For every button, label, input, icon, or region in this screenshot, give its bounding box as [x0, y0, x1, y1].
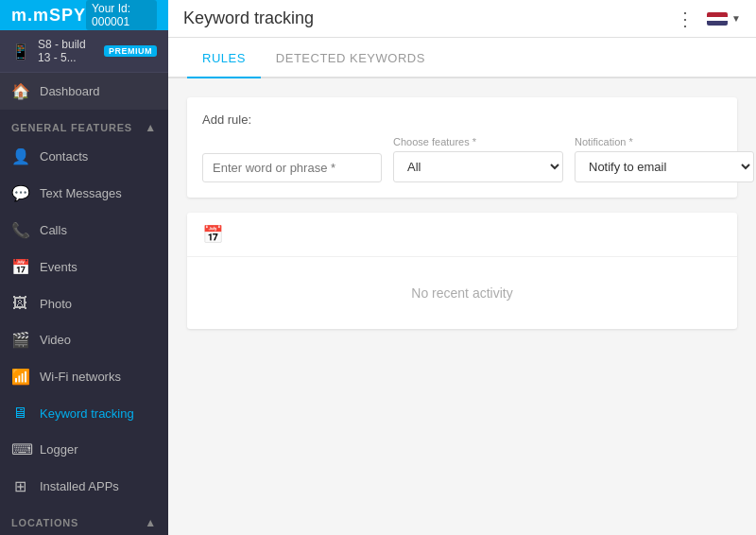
sidebar: m.mSPY Your Id: 000001 📱 S8 - build 13 -… — [0, 0, 168, 535]
chevron-up-icon: ▲ — [145, 516, 157, 529]
sidebar-item-contacts[interactable]: 👤 Contacts — [0, 138, 168, 175]
language-selector[interactable]: ▼ — [707, 12, 741, 26]
keyword-input[interactable] — [202, 153, 382, 182]
sidebar-item-text-messages[interactable]: 💬 Text Messages — [0, 175, 168, 212]
features-field-group: Choose features * All SMS Calls Email Br… — [393, 136, 563, 182]
sidebar-item-label: Events — [40, 260, 77, 274]
sidebar-item-video[interactable]: 🎬 Video — [0, 321, 168, 358]
keyword-icon: 🖥 — [11, 405, 28, 422]
sidebar-header: m.mSPY Your Id: 000001 — [0, 0, 168, 30]
sidebar-item-wifi[interactable]: 📶 Wi-Fi networks — [0, 358, 168, 395]
sidebar-item-installed-apps[interactable]: ⊞ Installed APPs — [0, 468, 168, 505]
sidebar-item-label: Text Messages — [40, 186, 122, 200]
sidebar-item-logger[interactable]: ⌨ Logger — [0, 431, 168, 468]
user-id-badge: Your Id: 000001 — [86, 0, 157, 30]
premium-badge: PREMIUM — [104, 45, 157, 57]
photo-icon: 🖼 — [11, 295, 28, 312]
notification-label: Notification * — [575, 136, 754, 147]
chevron-up-icon: ▲ — [145, 121, 157, 134]
device-icon: 📱 — [11, 43, 30, 60]
sidebar-item-label: Logger — [40, 442, 77, 457]
topbar: Keyword tracking ⋮ ▼ — [168, 0, 756, 38]
sidebar-item-photo[interactable]: 🖼 Photo — [0, 285, 168, 321]
add-rule-card: Add rule: Choose features * All SMS Call… — [187, 97, 737, 198]
flag-icon — [707, 12, 728, 26]
sidebar-item-events[interactable]: 📅 Events — [0, 249, 168, 285]
general-features-header: GENERAL FEATURES ▲ — [0, 110, 168, 138]
calendar-icon: 📅 — [202, 225, 223, 244]
features-label: Choose features * — [393, 136, 563, 147]
sidebar-item-label: Photo — [40, 297, 72, 311]
notification-select[interactable]: Notify to email Notify to SMS No notific… — [575, 151, 754, 182]
logger-icon: ⌨ — [11, 440, 28, 458]
wifi-icon: 📶 — [11, 368, 28, 386]
sidebar-item-label: Installed APPs — [40, 479, 119, 493]
topbar-actions: ⋮ ▼ — [676, 8, 741, 30]
activity-card: 📅 No recent activity — [187, 213, 737, 329]
chevron-down-icon: ▼ — [731, 13, 741, 24]
tab-rules[interactable]: RULES — [187, 38, 261, 78]
sidebar-nav: 🏠 Dashboard GENERAL FEATURES ▲ 👤 Contact… — [0, 73, 168, 535]
content-area: RULES DETECTED KEYWORDS Add rule: Choose… — [168, 38, 756, 535]
events-icon: 📅 — [11, 258, 28, 276]
sidebar-item-calls[interactable]: 📞 Calls — [0, 212, 168, 249]
rule-form: Choose features * All SMS Calls Email Br… — [202, 136, 722, 182]
locations-header: LOCATIONS ▲ — [0, 505, 168, 533]
tab-detected-keywords[interactable]: DETECTED KEYWORDS — [261, 38, 440, 78]
device-label: S8 - build 13 - 5... — [38, 38, 96, 64]
add-rule-label: Add rule: — [202, 112, 722, 127]
contacts-icon: 👤 — [11, 147, 28, 165]
device-row[interactable]: 📱 S8 - build 13 - 5... PREMIUM — [0, 30, 168, 73]
more-options-button[interactable]: ⋮ — [676, 8, 696, 30]
sidebar-item-label: Wi-Fi networks — [40, 370, 121, 384]
video-icon: 🎬 — [11, 331, 28, 349]
activity-header: 📅 — [187, 213, 737, 257]
app-logo: m.mSPY — [11, 6, 86, 26]
sidebar-item-keyword-tracking[interactable]: 🖥 Keyword tracking — [0, 395, 168, 431]
home-icon: 🏠 — [11, 82, 28, 100]
sidebar-item-label: Calls — [40, 223, 67, 237]
page-title: Keyword tracking — [183, 9, 314, 28]
sidebar-item-dashboard[interactable]: 🏠 Dashboard — [0, 73, 168, 110]
sidebar-item-label: Contacts — [40, 149, 88, 164]
sidebar-item-label: Dashboard — [40, 84, 100, 98]
main-content: Keyword tracking ⋮ ▼ RULES DETECTED KEYW… — [168, 0, 756, 535]
sidebar-item-label: Video — [40, 333, 71, 347]
messages-icon: 💬 — [11, 184, 28, 202]
no-activity-message: No recent activity — [187, 257, 737, 329]
features-select[interactable]: All SMS Calls Email Browser Apps — [393, 151, 563, 182]
sidebar-item-label: Keyword tracking — [40, 406, 134, 421]
calls-icon: 📞 — [11, 221, 28, 239]
tab-bar: RULES DETECTED KEYWORDS — [168, 38, 756, 78]
keyword-field-group — [202, 153, 382, 182]
apps-icon: ⊞ — [11, 477, 28, 495]
notification-field-group: Notification * Notify to email Notify to… — [575, 136, 754, 182]
